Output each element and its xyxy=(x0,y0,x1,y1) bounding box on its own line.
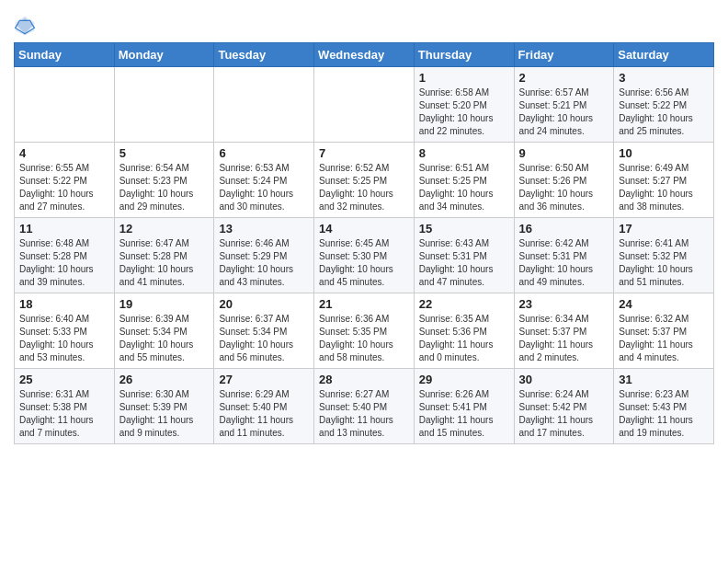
day-cell: 29Sunrise: 6:26 AM Sunset: 5:41 PM Dayli… xyxy=(414,369,514,444)
week-row-5: 25Sunrise: 6:31 AM Sunset: 5:38 PM Dayli… xyxy=(15,369,714,444)
day-cell: 20Sunrise: 6:37 AM Sunset: 5:34 PM Dayli… xyxy=(214,293,314,369)
week-row-1: 1Sunrise: 6:58 AM Sunset: 5:20 PM Daylig… xyxy=(15,67,714,143)
day-cell: 30Sunrise: 6:24 AM Sunset: 5:42 PM Dayli… xyxy=(514,369,614,444)
day-cell: 2Sunrise: 6:57 AM Sunset: 5:21 PM Daylig… xyxy=(514,67,614,143)
day-cell: 10Sunrise: 6:49 AM Sunset: 5:27 PM Dayli… xyxy=(614,143,714,218)
day-cell: 4Sunrise: 6:55 AM Sunset: 5:22 PM Daylig… xyxy=(15,143,115,218)
day-number: 21 xyxy=(319,297,409,311)
logo xyxy=(14,15,40,37)
day-cell: 23Sunrise: 6:34 AM Sunset: 5:37 PM Dayli… xyxy=(514,293,614,369)
day-cell: 26Sunrise: 6:30 AM Sunset: 5:39 PM Dayli… xyxy=(114,369,214,444)
day-number: 3 xyxy=(619,71,709,85)
day-cell: 8Sunrise: 6:51 AM Sunset: 5:25 PM Daylig… xyxy=(414,143,514,218)
day-number: 29 xyxy=(419,373,509,386)
header-row: SundayMondayTuesdayWednesdayThursdayFrid… xyxy=(15,43,714,67)
day-number: 14 xyxy=(319,222,409,236)
day-info: Sunrise: 6:39 AM Sunset: 5:34 PM Dayligh… xyxy=(119,313,210,364)
day-info: Sunrise: 6:27 AM Sunset: 5:40 PM Dayligh… xyxy=(319,388,409,440)
day-info: Sunrise: 6:49 AM Sunset: 5:27 PM Dayligh… xyxy=(619,162,709,213)
day-info: Sunrise: 6:52 AM Sunset: 5:25 PM Dayligh… xyxy=(319,162,409,213)
day-cell: 1Sunrise: 6:58 AM Sunset: 5:20 PM Daylig… xyxy=(414,67,514,143)
day-cell: 3Sunrise: 6:56 AM Sunset: 5:22 PM Daylig… xyxy=(614,67,714,143)
day-info: Sunrise: 6:56 AM Sunset: 5:22 PM Dayligh… xyxy=(619,86,709,138)
day-info: Sunrise: 6:34 AM Sunset: 5:37 PM Dayligh… xyxy=(519,313,609,364)
day-header-tuesday: Tuesday xyxy=(214,43,314,67)
day-info: Sunrise: 6:43 AM Sunset: 5:31 PM Dayligh… xyxy=(419,237,509,289)
day-info: Sunrise: 6:35 AM Sunset: 5:36 PM Dayligh… xyxy=(419,313,509,364)
day-number: 11 xyxy=(19,222,109,236)
day-info: Sunrise: 6:53 AM Sunset: 5:24 PM Dayligh… xyxy=(219,162,309,213)
day-number: 20 xyxy=(219,297,309,311)
day-info: Sunrise: 6:51 AM Sunset: 5:25 PM Dayligh… xyxy=(419,162,509,213)
day-header-sunday: Sunday xyxy=(15,43,115,67)
day-number: 6 xyxy=(219,146,309,160)
day-info: Sunrise: 6:54 AM Sunset: 5:23 PM Dayligh… xyxy=(119,162,210,213)
day-number: 24 xyxy=(619,297,709,311)
week-row-4: 18Sunrise: 6:40 AM Sunset: 5:33 PM Dayli… xyxy=(15,293,714,369)
day-info: Sunrise: 6:57 AM Sunset: 5:21 PM Dayligh… xyxy=(519,86,609,138)
day-cell: 22Sunrise: 6:35 AM Sunset: 5:36 PM Dayli… xyxy=(414,293,514,369)
day-cell: 5Sunrise: 6:54 AM Sunset: 5:23 PM Daylig… xyxy=(114,143,214,218)
day-number: 28 xyxy=(319,373,409,386)
day-cell: 21Sunrise: 6:36 AM Sunset: 5:35 PM Dayli… xyxy=(314,293,415,369)
day-info: Sunrise: 6:32 AM Sunset: 5:37 PM Dayligh… xyxy=(619,313,709,364)
week-row-2: 4Sunrise: 6:55 AM Sunset: 5:22 PM Daylig… xyxy=(15,143,714,218)
day-cell: 13Sunrise: 6:46 AM Sunset: 5:29 PM Dayli… xyxy=(214,218,314,293)
day-info: Sunrise: 6:41 AM Sunset: 5:32 PM Dayligh… xyxy=(619,237,709,289)
day-info: Sunrise: 6:46 AM Sunset: 5:29 PM Dayligh… xyxy=(219,237,309,289)
day-cell: 27Sunrise: 6:29 AM Sunset: 5:40 PM Dayli… xyxy=(214,369,314,444)
day-number: 8 xyxy=(419,146,509,160)
day-number: 19 xyxy=(119,297,210,311)
day-cell: 9Sunrise: 6:50 AM Sunset: 5:26 PM Daylig… xyxy=(514,143,614,218)
day-cell: 18Sunrise: 6:40 AM Sunset: 5:33 PM Dayli… xyxy=(15,293,115,369)
day-info: Sunrise: 6:26 AM Sunset: 5:41 PM Dayligh… xyxy=(419,388,509,440)
day-header-monday: Monday xyxy=(114,43,214,67)
calendar: SundayMondayTuesdayWednesdayThursdayFrid… xyxy=(14,42,714,444)
day-cell: 6Sunrise: 6:53 AM Sunset: 5:24 PM Daylig… xyxy=(214,143,314,218)
day-cell: 14Sunrise: 6:45 AM Sunset: 5:30 PM Dayli… xyxy=(314,218,415,293)
day-info: Sunrise: 6:24 AM Sunset: 5:42 PM Dayligh… xyxy=(519,388,609,440)
day-number: 27 xyxy=(219,373,309,386)
day-number: 31 xyxy=(619,373,709,386)
day-info: Sunrise: 6:50 AM Sunset: 5:26 PM Dayligh… xyxy=(519,162,609,213)
day-cell: 15Sunrise: 6:43 AM Sunset: 5:31 PM Dayli… xyxy=(414,218,514,293)
day-number: 23 xyxy=(519,297,609,311)
day-cell: 31Sunrise: 6:23 AM Sunset: 5:43 PM Dayli… xyxy=(614,369,714,444)
day-number: 13 xyxy=(219,222,309,236)
day-cell xyxy=(15,67,115,143)
day-info: Sunrise: 6:55 AM Sunset: 5:22 PM Dayligh… xyxy=(19,162,109,213)
day-info: Sunrise: 6:36 AM Sunset: 5:35 PM Dayligh… xyxy=(319,313,409,364)
day-cell: 12Sunrise: 6:47 AM Sunset: 5:28 PM Dayli… xyxy=(114,218,214,293)
day-header-saturday: Saturday xyxy=(614,43,714,67)
day-number: 15 xyxy=(419,222,509,236)
day-info: Sunrise: 6:58 AM Sunset: 5:20 PM Dayligh… xyxy=(419,86,509,138)
day-cell: 28Sunrise: 6:27 AM Sunset: 5:40 PM Dayli… xyxy=(314,369,415,444)
day-number: 4 xyxy=(19,146,109,160)
day-cell xyxy=(114,67,214,143)
week-row-3: 11Sunrise: 6:48 AM Sunset: 5:28 PM Dayli… xyxy=(15,218,714,293)
day-number: 12 xyxy=(119,222,210,236)
day-cell: 17Sunrise: 6:41 AM Sunset: 5:32 PM Dayli… xyxy=(614,218,714,293)
day-info: Sunrise: 6:42 AM Sunset: 5:31 PM Dayligh… xyxy=(519,237,609,289)
day-cell: 16Sunrise: 6:42 AM Sunset: 5:31 PM Dayli… xyxy=(514,218,614,293)
day-info: Sunrise: 6:30 AM Sunset: 5:39 PM Dayligh… xyxy=(119,388,210,440)
day-number: 30 xyxy=(519,373,609,386)
day-number: 22 xyxy=(419,297,509,311)
day-number: 7 xyxy=(319,146,409,160)
day-header-wednesday: Wednesday xyxy=(314,43,415,67)
day-number: 25 xyxy=(19,373,109,386)
day-cell: 24Sunrise: 6:32 AM Sunset: 5:37 PM Dayli… xyxy=(614,293,714,369)
day-number: 16 xyxy=(519,222,609,236)
day-info: Sunrise: 6:45 AM Sunset: 5:30 PM Dayligh… xyxy=(319,237,409,289)
day-info: Sunrise: 6:23 AM Sunset: 5:43 PM Dayligh… xyxy=(619,388,709,440)
day-number: 9 xyxy=(519,146,609,160)
calendar-header: SundayMondayTuesdayWednesdayThursdayFrid… xyxy=(15,43,714,67)
day-cell xyxy=(314,67,415,143)
day-cell: 7Sunrise: 6:52 AM Sunset: 5:25 PM Daylig… xyxy=(314,143,415,218)
day-info: Sunrise: 6:29 AM Sunset: 5:40 PM Dayligh… xyxy=(219,388,309,440)
day-info: Sunrise: 6:40 AM Sunset: 5:33 PM Dayligh… xyxy=(19,313,109,364)
day-number: 5 xyxy=(119,146,210,160)
logo-icon xyxy=(14,15,36,37)
day-number: 17 xyxy=(619,222,709,236)
day-info: Sunrise: 6:31 AM Sunset: 5:38 PM Dayligh… xyxy=(19,388,109,440)
